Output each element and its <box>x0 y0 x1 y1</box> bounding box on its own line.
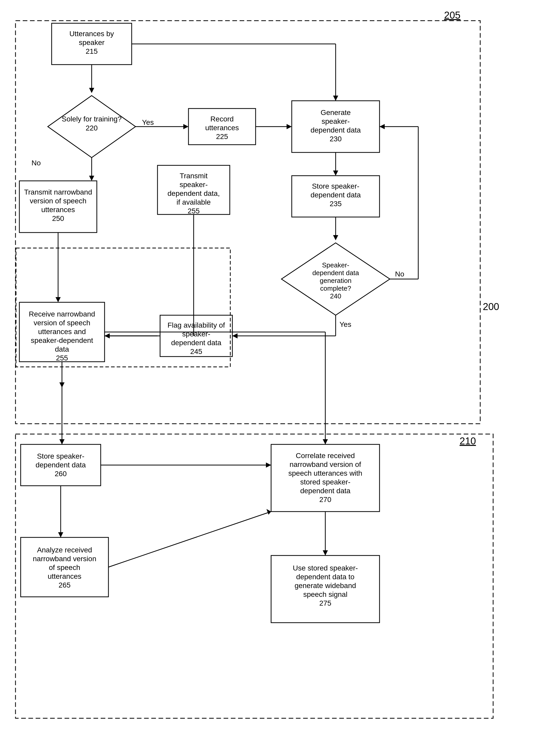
svg-text:255: 255 <box>56 354 68 362</box>
svg-text:Use stored speaker-: Use stored speaker- <box>293 564 358 572</box>
svg-marker-119 <box>323 550 328 555</box>
svg-marker-53 <box>232 333 238 338</box>
svg-text:dependent data: dependent data <box>311 191 361 199</box>
svg-marker-32 <box>333 171 338 176</box>
svg-text:dependent data: dependent data <box>35 461 86 469</box>
svg-marker-30 <box>333 95 338 101</box>
svg-text:utterances: utterances <box>41 206 75 214</box>
flowchart-svg: 205 200 210 Utterances by speaker 215 So… <box>0 0 560 741</box>
svg-text:utterances: utterances <box>205 124 239 132</box>
svg-text:dependent data: dependent data <box>171 339 222 347</box>
svg-text:dependent data,: dependent data, <box>168 189 220 197</box>
svg-text:speech signal: speech signal <box>303 590 347 598</box>
svg-text:Store speaker-: Store speaker- <box>37 452 84 460</box>
svg-text:215: 215 <box>86 47 98 55</box>
svg-text:220: 220 <box>86 124 98 132</box>
svg-text:dependent data to: dependent data to <box>296 573 354 581</box>
svg-marker-111 <box>266 509 271 515</box>
svg-text:if available: if available <box>177 198 211 206</box>
svg-text:speaker: speaker <box>79 39 104 47</box>
svg-text:generation: generation <box>320 277 352 284</box>
svg-marker-92 <box>59 439 65 445</box>
svg-marker-22 <box>287 124 292 129</box>
svg-text:No: No <box>395 270 404 278</box>
svg-text:of speech: of speech <box>49 563 80 571</box>
svg-text:Record: Record <box>211 115 234 123</box>
svg-text:narrowband version: narrowband version <box>33 555 96 563</box>
svg-text:260: 260 <box>55 470 67 478</box>
svg-text:240: 240 <box>330 292 341 300</box>
svg-text:Utterances by: Utterances by <box>69 30 114 38</box>
svg-marker-84 <box>104 333 110 338</box>
svg-marker-122 <box>323 439 328 445</box>
svg-text:255: 255 <box>188 207 200 215</box>
svg-text:Transmit: Transmit <box>180 172 208 180</box>
svg-text:speaker-: speaker- <box>182 330 211 338</box>
svg-text:Generate: Generate <box>321 109 351 117</box>
svg-text:Speaker-: Speaker- <box>322 261 349 269</box>
svg-marker-49 <box>380 124 385 129</box>
flowchart-diagram: 205 200 210 Utterances by speaker 215 So… <box>0 0 560 741</box>
svg-text:speaker-: speaker- <box>322 117 350 125</box>
svg-marker-38 <box>333 235 338 240</box>
svg-text:265: 265 <box>59 581 71 589</box>
svg-text:dependent data: dependent data <box>311 126 361 134</box>
svg-marker-67 <box>56 297 61 302</box>
svg-text:275: 275 <box>319 599 331 607</box>
svg-text:245: 245 <box>190 347 203 355</box>
svg-text:Flag availability of: Flag availability of <box>168 321 225 329</box>
svg-text:utterances: utterances <box>48 572 82 580</box>
svg-text:230: 230 <box>330 135 342 143</box>
svg-text:Receive narrowband: Receive narrowband <box>29 310 95 318</box>
svg-line-110 <box>108 512 271 567</box>
svg-marker-16 <box>183 124 188 129</box>
svg-text:No: No <box>31 159 41 167</box>
svg-text:data: data <box>55 345 69 353</box>
svg-marker-7 <box>89 88 94 93</box>
svg-text:Solely for training?: Solely for training? <box>62 115 122 123</box>
svg-text:Yes: Yes <box>142 118 154 126</box>
svg-text:speech utterances with: speech utterances with <box>289 469 362 477</box>
ref-200-label: 200 <box>483 301 499 312</box>
svg-text:Transmit narrowband: Transmit narrowband <box>24 188 92 196</box>
svg-text:stored speaker-: stored speaker- <box>300 478 350 486</box>
ref-210-label: 210 <box>460 435 476 447</box>
svg-text:version of speech: version of speech <box>30 197 86 205</box>
svg-text:speaker-dependent: speaker-dependent <box>31 336 93 344</box>
svg-text:225: 225 <box>216 133 228 141</box>
svg-text:utterances and: utterances and <box>38 328 86 336</box>
svg-text:dependent data: dependent data <box>300 487 350 495</box>
svg-text:Yes: Yes <box>339 320 351 328</box>
svg-text:235: 235 <box>330 200 342 208</box>
svg-text:Store speaker-: Store speaker- <box>312 182 359 190</box>
svg-text:narrowband version of: narrowband version of <box>290 460 361 468</box>
svg-marker-101 <box>266 463 271 468</box>
svg-text:250: 250 <box>52 214 64 222</box>
svg-text:270: 270 <box>319 495 331 503</box>
svg-text:version of speech: version of speech <box>33 319 90 327</box>
ref-205-label: 205 <box>444 10 460 21</box>
svg-marker-109 <box>58 532 63 537</box>
svg-marker-13 <box>89 176 94 181</box>
svg-text:generate wideband: generate wideband <box>295 582 356 590</box>
svg-text:Analyze received: Analyze received <box>37 546 92 554</box>
svg-text:speaker-: speaker- <box>180 181 208 189</box>
svg-text:dependent data: dependent data <box>312 269 359 277</box>
svg-text:complete?: complete? <box>320 284 351 292</box>
svg-text:Correlate received: Correlate received <box>296 452 355 460</box>
